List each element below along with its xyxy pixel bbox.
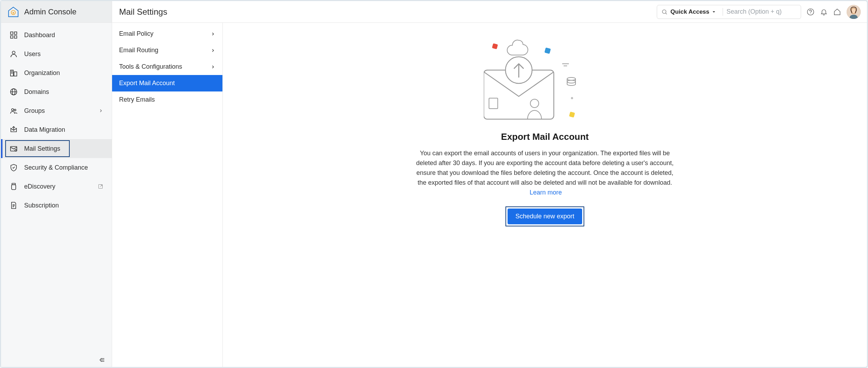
- schedule-new-export-button[interactable]: Schedule new export: [508, 209, 582, 224]
- sidebar-item-dashboard[interactable]: Dashboard: [1, 26, 112, 45]
- search-container: Quick Access: [657, 5, 801, 19]
- sidebar-item-domains[interactable]: Domains: [1, 82, 112, 101]
- logo-icon: [7, 6, 19, 18]
- quick-access-dropdown[interactable]: Quick Access: [670, 8, 716, 15]
- mail-settings-icon: [9, 144, 18, 153]
- subnav-item-email-routing[interactable]: Email Routing: [112, 42, 222, 59]
- svg-line-2: [666, 13, 667, 14]
- primary-button-highlight: Schedule new export: [505, 206, 584, 226]
- user-icon: [9, 50, 18, 58]
- svg-rect-33: [492, 43, 498, 49]
- content-title: Export Mail Account: [501, 131, 588, 142]
- subnav-item-tools-configurations[interactable]: Tools & Configurations: [112, 59, 222, 75]
- sidebar-item-label: Data Migration: [24, 126, 65, 134]
- svg-point-4: [810, 13, 811, 14]
- content: Export Mail Account You can export the e…: [223, 23, 867, 367]
- topbar-right: Quick Access: [657, 5, 867, 19]
- subnav-item-label: Tools & Configurations: [119, 63, 182, 70]
- sidebar-item-label: eDiscovery: [24, 183, 55, 190]
- search-icon: [661, 9, 668, 15]
- sidebar-item-mail-settings[interactable]: Mail Settings: [1, 139, 112, 158]
- shield-icon: [9, 163, 18, 172]
- subnav-item-label: Email Routing: [119, 47, 158, 54]
- collapse-sidebar-icon[interactable]: [98, 356, 105, 363]
- groups-icon: [9, 107, 18, 115]
- avatar[interactable]: [847, 5, 861, 19]
- search-input[interactable]: [726, 8, 797, 15]
- svg-point-11: [12, 51, 15, 54]
- content-description: You can export the email accounts of use…: [415, 149, 675, 197]
- external-icon: [98, 184, 103, 189]
- svg-rect-8: [14, 32, 17, 34]
- chevron-right-icon: [211, 32, 215, 36]
- sidebar-item-organization[interactable]: Organization: [1, 63, 112, 82]
- dashboard-icon: [9, 31, 18, 39]
- subnav-item-email-policy[interactable]: Email Policy: [112, 26, 222, 42]
- sidebar-item-label: Users: [24, 50, 41, 58]
- subnav-item-export-mail-account[interactable]: Export Mail Account: [112, 75, 222, 91]
- page-title: Mail Settings: [119, 7, 167, 17]
- learn-more-link[interactable]: Learn more: [530, 189, 562, 196]
- chevron-down-icon: [711, 9, 716, 14]
- sidebar-item-label: Subscription: [24, 202, 59, 209]
- svg-rect-24: [12, 185, 16, 190]
- chevron-right-icon: [211, 48, 215, 53]
- sidebar-item-label: Mail Settings: [24, 145, 60, 152]
- subnav-item-label: Email Policy: [119, 30, 153, 38]
- subnav-item-label: Retry Emails: [119, 96, 155, 103]
- subnav-item-label: Export Mail Account: [119, 80, 175, 87]
- document-icon: [9, 201, 18, 210]
- export-illustration-icon: [484, 37, 606, 124]
- topbar-brand-section: Admin Console: [1, 1, 112, 22]
- svg-rect-9: [11, 36, 13, 38]
- sidebar-item-security-compliance[interactable]: Security & Compliance: [1, 158, 112, 177]
- sidebar-item-data-migration[interactable]: Data Migration: [1, 120, 112, 139]
- brand-title: Admin Console: [24, 7, 76, 16]
- svg-point-21: [14, 109, 16, 111]
- sidebar-item-label: Organization: [24, 69, 60, 77]
- divider: [723, 8, 723, 16]
- sidebar-item-groups[interactable]: Groups: [1, 101, 112, 120]
- sidebar-item-label: Dashboard: [24, 32, 55, 39]
- svg-rect-34: [544, 47, 551, 54]
- svg-point-43: [567, 80, 576, 83]
- quick-access-label: Quick Access: [670, 8, 709, 15]
- svg-rect-7: [11, 32, 13, 34]
- svg-point-42: [567, 77, 576, 80]
- subnav: Email Policy Email Routing Tools & Confi…: [112, 23, 223, 367]
- sidebar: Dashboard Users Organization: [1, 23, 112, 367]
- svg-point-23: [15, 150, 17, 151]
- sidebar-item-label: Domains: [24, 88, 49, 96]
- sidebar-item-label: Security & Compliance: [24, 164, 88, 171]
- globe-icon: [9, 88, 18, 96]
- subnav-item-retry-emails[interactable]: Retry Emails: [112, 91, 222, 108]
- help-icon[interactable]: [807, 8, 814, 16]
- home-icon[interactable]: [833, 8, 841, 16]
- topbar: Admin Console Mail Settings Quick Access: [1, 1, 867, 23]
- svg-point-20: [12, 109, 14, 111]
- sidebar-item-subscription[interactable]: Subscription: [1, 196, 112, 215]
- sidebar-item-users[interactable]: Users: [1, 45, 112, 63]
- jar-icon: [9, 182, 18, 191]
- svg-rect-36: [569, 111, 575, 117]
- sidebar-item-ediscovery[interactable]: eDiscovery: [1, 177, 112, 196]
- migration-icon: [9, 125, 18, 134]
- sidebar-item-label: Groups: [24, 107, 45, 115]
- chevron-right-icon: [211, 64, 215, 69]
- svg-rect-13: [14, 72, 17, 76]
- svg-rect-10: [14, 36, 17, 38]
- building-icon: [9, 69, 18, 77]
- svg-rect-25: [12, 183, 15, 185]
- svg-point-38: [571, 97, 573, 99]
- chevron-right-icon: [98, 108, 103, 113]
- topbar-main: Mail Settings: [112, 7, 657, 17]
- content-description-text: You can export the email accounts of use…: [416, 150, 674, 186]
- svg-point-1: [662, 10, 666, 14]
- bell-icon[interactable]: [820, 8, 828, 16]
